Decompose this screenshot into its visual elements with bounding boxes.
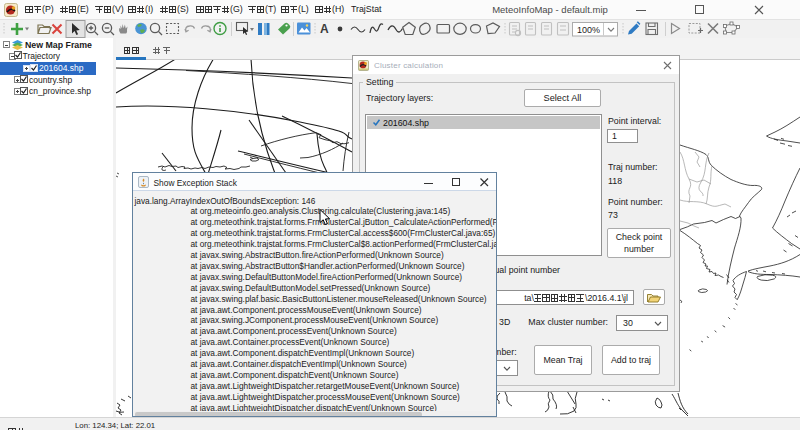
- svg-text:A: A: [320, 22, 329, 36]
- svg-text:100%: 100%: [577, 25, 600, 35]
